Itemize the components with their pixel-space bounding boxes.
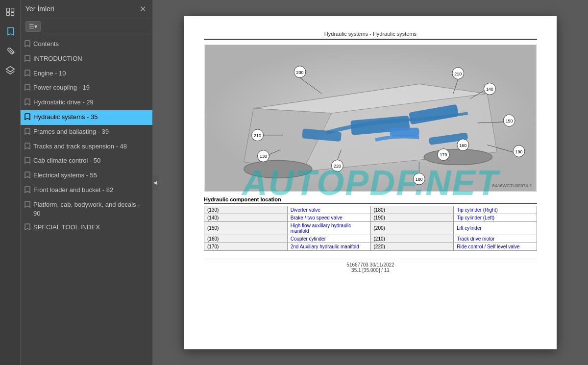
sidebar-layout-button[interactable]: ☰▾ [25, 21, 41, 32]
component-row-2: (150)High flow auxiliary hydraulic manif… [204, 221, 537, 235]
svg-text:220: 220 [334, 164, 341, 169]
sidebar-item-10[interactable]: Front loader and bucket - 82 [21, 183, 152, 198]
sidebar-panel: Yer İmleri ✕ ☰▾ ContentsINTRODUCTIONEngi… [21, 0, 153, 365]
bookmark-icon-1 [24, 55, 30, 64]
svg-text:130: 130 [260, 154, 267, 159]
sidebar-item-2[interactable]: Engine - 10 [21, 67, 152, 81]
component-label-0[interactable]: Diverter valve [287, 206, 370, 214]
sidebar-item-label-4: Hydrostatic drive - 29 [33, 98, 147, 107]
svg-marker-4 [6, 67, 14, 72]
toolbar-attachments-icon[interactable] [2, 43, 18, 59]
sidebar-item-label-3: Power coupling - 19 [33, 83, 147, 92]
bookmark-icon-4 [24, 98, 30, 108]
footer-page: 35.1 [35.000] / 11 [204, 268, 537, 273]
bookmark-icon-5 [24, 113, 30, 122]
component-row-1: (140)Brake / two speed valve(190)Tip cyl… [204, 214, 537, 221]
diagram-container: 200 210 140 150 190 [204, 45, 537, 192]
sidebar-item-7[interactable]: Tracks and track suspension - 48 [21, 140, 152, 154]
sidebar-item-8[interactable]: Cab climate control - 50 [21, 154, 152, 169]
bookmark-icon-3 [24, 84, 30, 93]
bookmark-icon-10 [24, 186, 30, 195]
sidebar-item-9[interactable]: Electrical systems - 55 [21, 169, 152, 183]
sidebar-item-0[interactable]: Contents [21, 37, 152, 52]
sidebar-title: Yer İmleri [25, 5, 54, 13]
bookmark-icon-2 [24, 70, 30, 79]
sidebar-item-3[interactable]: Power coupling - 19 [21, 81, 152, 96]
toolbar-bookmarks-icon[interactable] [2, 24, 18, 39]
component-label2-4[interactable]: Ride control / Self level valve [454, 243, 537, 250]
sidebar-item-label-10: Front loader and bucket - 82 [33, 186, 147, 195]
bookmark-icon-0 [24, 40, 30, 49]
svg-text:190: 190 [515, 149, 523, 154]
page-footer: 51667703 30/11/2022 35.1 [35.000] / 11 [204, 259, 537, 273]
svg-text:160: 160 [459, 143, 466, 147]
component-code2-2: (200) [370, 221, 454, 235]
component-code-1: (140) [204, 214, 288, 221]
svg-text:210: 210 [254, 133, 261, 138]
component-code-4: (170) [204, 243, 288, 250]
svg-text:180: 180 [416, 177, 423, 182]
sidebar-item-label-11: Platform, cab, bodywork, and decals - 90 [33, 200, 147, 218]
bookmark-icon-11 [24, 201, 30, 210]
main-content: AUTOPDF.NET Hydraulic systems - Hydrauli… [153, 0, 588, 365]
component-label-2[interactable]: High flow auxiliary hydraulic manifold [287, 221, 370, 235]
sidebar-item-6[interactable]: Frames and ballasting - 39 [21, 125, 152, 140]
component-label2-3[interactable]: Track drive motor [454, 235, 537, 243]
page-header: Hydraulic systems - Hydraulic systems [204, 31, 537, 40]
left-toolbar [0, 0, 21, 365]
bookmark-icon-8 [24, 157, 30, 166]
sidebar-item-label-6: Frames and ballasting - 39 [33, 127, 147, 136]
component-code-0: (130) [204, 206, 288, 214]
component-code2-0: (180) [370, 206, 454, 214]
sidebar-item-12[interactable]: SPECIAL TOOL INDEX [21, 220, 152, 235]
sidebar-item-label-2: Engine - 10 [33, 69, 147, 78]
component-label-4[interactable]: 2nd Auxiliary hydraulic manifold [287, 243, 370, 250]
component-code2-4: (220) [370, 243, 454, 250]
sidebar-item-label-12: SPECIAL TOOL INDEX [33, 223, 147, 232]
svg-rect-1 [11, 8, 14, 12]
sidebar-header: Yer İmleri ✕ [21, 0, 152, 18]
sidebar-items-list: ContentsINTRODUCTIONEngine - 10Power cou… [21, 35, 152, 365]
sidebar-item-label-0: Contents [33, 40, 147, 49]
svg-rect-2 [6, 13, 9, 16]
component-code-3: (160) [204, 235, 288, 243]
svg-text:140: 140 [486, 87, 493, 92]
sidebar-toolbar: ☰▾ [21, 18, 152, 35]
component-label2-0[interactable]: Tip cylinder (Right) [454, 206, 537, 214]
svg-text:150: 150 [506, 118, 513, 123]
toolbar-pages-icon[interactable] [2, 4, 18, 20]
bookmark-icon-6 [24, 128, 30, 137]
sidebar-item-label-7: Tracks and track suspension - 48 [33, 142, 147, 151]
svg-text:200: 200 [296, 70, 304, 74]
sidebar-item-11[interactable]: Platform, cab, bodywork, and decals - 90 [21, 198, 152, 220]
component-label-1[interactable]: Brake / two speed valve [287, 214, 370, 221]
footer-doc: 51667703 30/11/2022 [204, 262, 537, 268]
svg-point-9 [244, 160, 312, 178]
sidebar-item-1[interactable]: INTRODUCTION [21, 52, 152, 67]
component-table: (130)Diverter valve(180)Tip cylinder (Ri… [204, 206, 537, 251]
component-code-2: (150) [204, 221, 288, 235]
sidebar-item-label-1: INTRODUCTION [33, 54, 147, 63]
component-label-3[interactable]: Coupler cylinder [287, 235, 370, 243]
panel-collapse-arrow[interactable]: ◀ [152, 175, 158, 190]
svg-point-10 [424, 149, 492, 165]
sidebar-item-5[interactable]: Hydraulic systems - 35 [21, 110, 152, 125]
svg-rect-3 [11, 13, 14, 16]
sidebar-item-label-9: Electrical systems - 55 [33, 171, 147, 180]
svg-text:210: 210 [454, 71, 462, 76]
svg-rect-0 [6, 8, 9, 12]
toolbar-layers-icon[interactable] [2, 63, 18, 78]
component-label2-2[interactable]: Lift cylinder [454, 221, 537, 235]
diagram-caption: 84A6WCTU00074 2 [492, 183, 532, 188]
bookmark-icon-12 [24, 223, 30, 233]
sidebar-close-button[interactable]: ✕ [138, 4, 147, 14]
component-code2-3: (210) [370, 235, 454, 243]
component-code2-1: (190) [370, 214, 454, 221]
sidebar-item-label-8: Cab climate control - 50 [33, 156, 147, 165]
component-row-3: (160)Coupler cylinder(210)Track drive mo… [204, 235, 537, 243]
component-row-0: (130)Diverter valve(180)Tip cylinder (Ri… [204, 206, 537, 214]
component-label2-1[interactable]: Tip cylinder (Left) [454, 214, 537, 221]
component-row-4: (170)2nd Auxiliary hydraulic manifold(22… [204, 243, 537, 250]
svg-text:170: 170 [440, 152, 447, 157]
sidebar-item-4[interactable]: Hydrostatic drive - 29 [21, 96, 152, 110]
